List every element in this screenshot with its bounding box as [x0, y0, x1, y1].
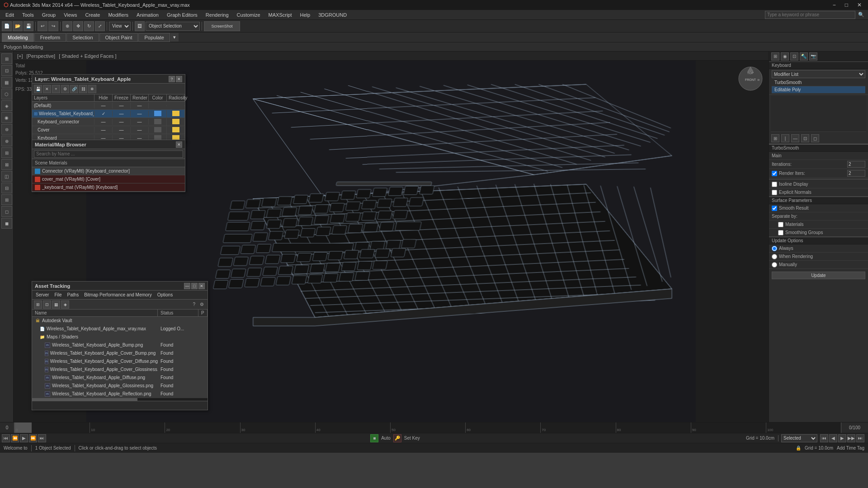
anim-key-mode-btn[interactable]: ■ — [370, 434, 378, 442]
anim-btn-start[interactable]: ⏮ — [2, 434, 10, 442]
move-btn[interactable]: ✥ — [73, 21, 83, 31]
menu-rendering[interactable]: Rendering — [202, 11, 232, 19]
asset-row-vault[interactable]: 🏛 Autodesk Vault — [32, 317, 208, 325]
menu-3dground[interactable]: 3DGROUND — [315, 11, 350, 19]
anim-btn-end[interactable]: ⏭ — [38, 434, 46, 442]
viewport[interactable]: Total Polys: 25,512 Verts: 12,979 FPS: 3… — [14, 61, 769, 422]
anim-pb-5[interactable]: ⏭ — [856, 434, 864, 442]
rp-always-radio[interactable] — [772, 246, 777, 251]
layer-panel-titlebar[interactable]: Layer: Wireless_Tablet_Keyboard_Apple ? … — [32, 75, 185, 84]
view-select[interactable]: View — [109, 22, 131, 31]
rp-when-rendering-radio[interactable] — [772, 254, 777, 259]
rp-icon-5[interactable]: 📷 — [809, 52, 817, 61]
rp-render-iters-input[interactable] — [847, 170, 865, 177]
menu-animation[interactable]: Animation — [133, 11, 162, 19]
asset-btn-4[interactable]: ◈ — [61, 300, 69, 309]
rp-icon-4[interactable]: 🔦 — [800, 52, 808, 61]
redo-btn[interactable]: ↪ — [48, 21, 58, 31]
tab-freeform[interactable]: Freeform — [34, 33, 66, 42]
asset-row-reflection[interactable]: m Wireless_Tablet_Keyboard_Apple_Reflect… — [32, 390, 208, 398]
asset-row-maxfile[interactable]: 📄 Wireless_Tablet_Keyboard_Apple_max_vra… — [32, 325, 208, 333]
save-btn[interactable]: 💾 — [24, 21, 33, 31]
anim-btn-play[interactable]: ▶ — [20, 434, 28, 442]
rp-isoline-checkbox[interactable] — [772, 182, 777, 187]
anim-pb-4[interactable]: ▶▶ — [847, 434, 855, 442]
rp-manually-radio[interactable] — [772, 262, 777, 267]
render-select[interactable]: Object Selection — [146, 22, 200, 31]
rp-icon-2[interactable]: ◉ — [781, 52, 789, 61]
viewport-plus-icon[interactable]: [+] — [17, 53, 25, 59]
material-search-input[interactable] — [34, 150, 183, 158]
menu-edit[interactable]: Edit — [2, 11, 18, 19]
select-btn[interactable]: ⊕ — [62, 21, 72, 31]
statusbar-addtime[interactable]: Add Time Tag — [837, 446, 864, 450]
menu-views[interactable]: Views — [60, 11, 80, 19]
menu-maxscript[interactable]: MAXScript — [265, 11, 296, 19]
material-panel-titlebar[interactable]: Material/Map Browser ✕ — [32, 140, 185, 149]
sidebar-icon-11[interactable]: ◫ — [1, 171, 12, 182]
material-item-cover[interactable]: cover_mat (VRayMtl) [Cover] — [32, 175, 185, 183]
asset-row-maps[interactable]: 📁 Maps / Shaders — [32, 333, 208, 341]
rp-materials-checkbox[interactable] — [778, 222, 783, 227]
anim-btn-prev[interactable]: ⏪ — [11, 434, 19, 442]
layer-row-cover[interactable]: Cover — — — — [32, 126, 185, 134]
asset-menu-paths[interactable]: Paths — [66, 292, 81, 298]
rotate-btn[interactable]: ↻ — [84, 21, 94, 31]
material-item-connector[interactable]: Connector (VRayMtl) [Keyboard_connector] — [32, 167, 185, 175]
layer-delete-btn[interactable]: ✕ — [43, 85, 51, 93]
asset-help-icon[interactable]: ? — [191, 302, 197, 307]
sidebar-icon-9[interactable]: ⊞ — [1, 147, 12, 158]
rp-icon-3[interactable]: ⊡ — [790, 52, 798, 61]
layer-save-btn[interactable]: 💾 — [34, 85, 42, 93]
asset-row-diffuse[interactable]: m Wireless_Tablet_Keyboard_Apple_Diffuse… — [32, 374, 208, 382]
sidebar-icon-7[interactable]: ⊛ — [1, 124, 12, 135]
material-item-keyboard[interactable]: _keyboard_mat (VRayMtl) [Keyboard] — [32, 183, 185, 192]
anim-btn-next[interactable]: ⏩ — [29, 434, 37, 442]
close-btn[interactable]: ✕ — [854, 2, 864, 8]
anim-pb-1[interactable]: ⏮ — [820, 434, 828, 442]
sidebar-icon-5[interactable]: ◈ — [1, 100, 12, 111]
asset-menu-bitmap[interactable]: Bitmap Performance and Memory — [82, 292, 154, 298]
menu-graph-editors[interactable]: Graph Editors — [163, 11, 201, 19]
render-btn[interactable]: 🖼 — [135, 21, 145, 31]
tab-extra[interactable]: ▾ — [170, 33, 179, 42]
sidebar-icon-1[interactable]: ⊞ — [1, 53, 12, 64]
sidebar-icon-12[interactable]: ⊟ — [1, 183, 12, 193]
menu-help[interactable]: Help — [297, 11, 314, 19]
snapshot-btn[interactable]: ScreenShot — [204, 21, 240, 31]
anim-mode-select[interactable]: Selected — [781, 434, 817, 442]
menu-group[interactable]: Group — [38, 11, 60, 19]
rp-prop-icon-5[interactable]: ◻ — [811, 134, 819, 142]
anim-pb-2[interactable]: ◀ — [829, 434, 837, 442]
modifier-editable-poly[interactable]: Editable Poly — [772, 86, 865, 94]
menu-tools[interactable]: Tools — [19, 11, 38, 19]
sidebar-icon-14[interactable]: ◻ — [1, 206, 12, 217]
layer-unlink-btn[interactable]: ⛓ — [79, 85, 87, 93]
layer-freeze-btn[interactable]: ❄ — [88, 85, 96, 93]
rp-update-button[interactable]: Update — [772, 272, 865, 279]
open-btn[interactable]: 📂 — [13, 21, 23, 31]
tab-populate[interactable]: Populate — [138, 33, 170, 42]
sidebar-icon-15[interactable]: ◼ — [1, 218, 12, 229]
new-btn[interactable]: 📄 — [2, 21, 12, 31]
sidebar-icon-10[interactable]: ⊠ — [1, 159, 12, 170]
maximize-btn[interactable]: □ — [842, 2, 851, 8]
rp-prop-icon-2[interactable]: | — [781, 134, 789, 142]
asset-btn-1[interactable]: ⊞ — [34, 300, 42, 309]
sidebar-icon-8[interactable]: ⊕ — [1, 136, 12, 146]
sidebar-icon-6[interactable]: ◉ — [1, 112, 12, 123]
rp-prop-icon-3[interactable]: — — [791, 134, 799, 142]
layer-options-btn[interactable]: ⚙ — [61, 85, 69, 93]
rp-explicit-normals-checkbox[interactable] — [772, 190, 777, 195]
asset-row-cover-glossiness[interactable]: m Wireless_Tablet_Keyboard_Apple_Cover_G… — [32, 366, 208, 374]
minimize-btn[interactable]: − — [830, 2, 839, 8]
rp-prop-icon-1[interactable]: ⊞ — [771, 134, 779, 142]
anim-pb-3[interactable]: ▶ — [838, 434, 846, 442]
tab-modeling[interactable]: Modeling — [2, 33, 34, 42]
asset-row-cover-bump[interactable]: m Wireless_Tablet_Keyboard_Apple_Cover_B… — [32, 349, 208, 357]
search-icon[interactable]: 🔍 — [856, 12, 866, 18]
asset-panel-titlebar[interactable]: Asset Tracking — □ ✕ — [32, 282, 208, 291]
asset-row-cover-diffuse[interactable]: m Wireless_Tablet_Keyboard_Apple_Cover_D… — [32, 357, 208, 366]
asset-btn-3[interactable]: ▦ — [52, 300, 60, 309]
modifier-turbosmooth[interactable]: TurboSmooth — [772, 79, 865, 86]
